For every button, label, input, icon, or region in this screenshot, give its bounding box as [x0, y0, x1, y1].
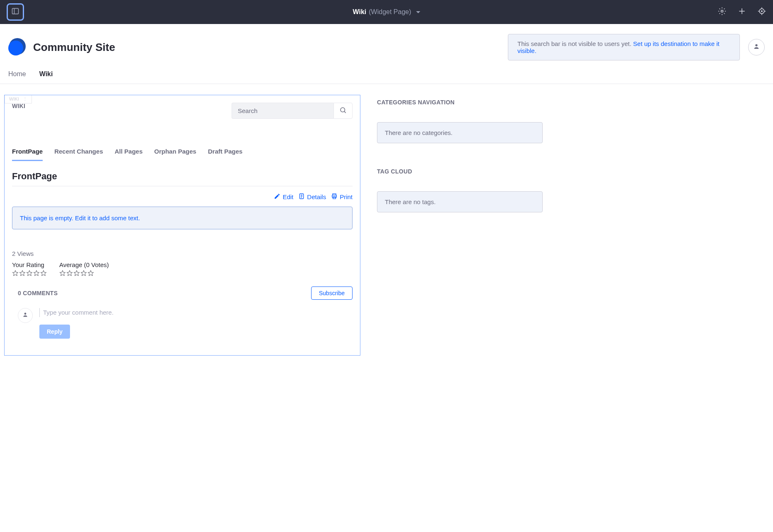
svg-marker-23 — [27, 270, 32, 276]
tagcloud-empty-box: There are no tags. — [377, 191, 543, 212]
main-layout: Wiki ⋮ WIKI FrontPage Recent Changes All… — [0, 84, 773, 366]
star-icon — [87, 270, 94, 277]
svg-marker-26 — [60, 270, 65, 276]
admin-topbar: Wiki (Widget Page) — [0, 0, 773, 24]
comment-avatar — [18, 308, 33, 323]
details-link[interactable]: Details — [298, 193, 326, 201]
sidebar-toggle-button[interactable] — [7, 3, 24, 21]
svg-marker-27 — [67, 270, 72, 276]
categories-empty-box: There are no categories. — [377, 122, 543, 143]
star-icon — [80, 270, 87, 277]
star-icon[interactable] — [19, 270, 26, 277]
page-name: Wiki — [353, 8, 366, 16]
tab-orphan-pages[interactable]: Orphan Pages — [154, 148, 196, 161]
user-icon — [753, 43, 760, 51]
empty-page-notice: This page is empty. Edit it to add some … — [12, 207, 353, 229]
search-icon — [339, 106, 347, 115]
simulation-button[interactable] — [757, 7, 766, 17]
edit-link[interactable]: Edit — [274, 193, 293, 201]
print-link[interactable]: Print — [331, 193, 353, 201]
svg-marker-24 — [34, 270, 39, 276]
tab-all-pages[interactable]: All Pages — [115, 148, 143, 161]
tab-frontpage[interactable]: FrontPage — [12, 148, 43, 161]
wiki-portlet: Wiki ⋮ WIKI FrontPage Recent Changes All… — [4, 95, 360, 356]
your-rating: Your Rating — [12, 261, 47, 277]
tab-recent-changes[interactable]: Recent Changes — [54, 148, 103, 161]
pencil-icon — [274, 193, 280, 201]
categories-heading: CATEGORIES NAVIGATION — [377, 99, 543, 106]
views-count: 2 Views — [12, 250, 353, 257]
svg-point-11 — [755, 44, 757, 46]
site-nav: Home Wiki — [0, 60, 773, 84]
topbar-left — [7, 3, 24, 21]
gear-icon — [718, 7, 726, 17]
star-icon[interactable] — [12, 270, 19, 277]
site-title: Community Site — [33, 41, 115, 54]
svg-line-13 — [344, 111, 345, 113]
wiki-search-button[interactable] — [333, 103, 353, 119]
svg-point-2 — [721, 10, 723, 12]
wiki-search — [232, 103, 353, 119]
nav-item-wiki[interactable]: Wiki — [39, 70, 53, 78]
svg-rect-0 — [12, 8, 19, 14]
search-notice-text: This search bar is not visible to users … — [517, 40, 633, 47]
svg-marker-21 — [12, 270, 18, 276]
print-label: Print — [340, 193, 353, 200]
svg-point-12 — [341, 108, 345, 112]
comments-title: 0 COMMENTS — [18, 290, 58, 296]
comment-input-row: Type your comment here. Reply — [18, 308, 353, 339]
right-sidebar: CATEGORIES NAVIGATION There are no categ… — [377, 95, 543, 356]
edit-label: Edit — [283, 193, 293, 200]
topbar-right — [717, 7, 766, 17]
star-icon[interactable] — [40, 270, 47, 277]
star-icon — [59, 270, 66, 277]
star-icon — [66, 270, 73, 277]
average-rating: Average (0 Votes) — [59, 261, 109, 277]
subscribe-button[interactable]: Subscribe — [311, 286, 353, 300]
settings-button[interactable] — [717, 7, 727, 17]
chevron-down-icon — [416, 11, 420, 13]
page-switcher[interactable]: Wiki (Widget Page) — [353, 8, 420, 16]
your-rating-stars[interactable] — [12, 270, 47, 277]
wiki-search-input[interactable] — [232, 103, 333, 119]
site-brand[interactable]: Community Site — [8, 38, 115, 56]
comments-header: 0 COMMENTS Subscribe — [12, 286, 353, 300]
document-icon — [298, 193, 305, 201]
panel-icon — [11, 7, 19, 17]
svg-marker-22 — [19, 270, 25, 276]
target-icon — [758, 7, 766, 17]
comment-input[interactable]: Type your comment here. — [39, 308, 353, 317]
svg-marker-30 — [88, 270, 93, 276]
site-header: Community Site This search bar is not vi… — [0, 24, 773, 60]
details-label: Details — [307, 193, 326, 200]
add-button[interactable] — [737, 7, 746, 17]
nav-item-home[interactable]: Home — [8, 70, 26, 78]
star-icon[interactable] — [26, 270, 33, 277]
your-rating-label: Your Rating — [12, 261, 47, 268]
svg-marker-29 — [81, 270, 86, 276]
print-icon — [331, 193, 338, 201]
wiki-tabs: FrontPage Recent Changes All Pages Orpha… — [12, 148, 353, 161]
svg-point-6 — [761, 10, 762, 12]
search-config-notice: This search bar is not visible to users … — [508, 34, 740, 60]
page-actions: Edit Details Print — [12, 193, 353, 201]
svg-marker-28 — [74, 270, 79, 276]
plus-icon — [738, 7, 746, 17]
average-rating-stars — [59, 270, 109, 277]
svg-marker-25 — [41, 270, 46, 276]
tagcloud-heading: TAG CLOUD — [377, 168, 543, 175]
star-icon[interactable] — [33, 270, 40, 277]
user-icon — [22, 312, 28, 319]
wiki-heading: WIKI — [12, 103, 25, 109]
page-type: (Widget Page) — [369, 8, 411, 16]
rating-row: Your Rating Average (0 Votes) — [12, 261, 353, 277]
site-logo-icon — [8, 38, 27, 56]
portlet-label-tab[interactable]: Wiki ⋮ — [5, 95, 32, 104]
average-rating-label: Average (0 Votes) — [59, 261, 109, 268]
reply-button[interactable]: Reply — [39, 325, 70, 339]
tab-draft-pages[interactable]: Draft Pages — [208, 148, 242, 161]
star-icon — [73, 270, 80, 277]
svg-point-31 — [24, 313, 27, 315]
page-title: FrontPage — [12, 171, 353, 186]
user-menu-button[interactable] — [748, 39, 765, 55]
